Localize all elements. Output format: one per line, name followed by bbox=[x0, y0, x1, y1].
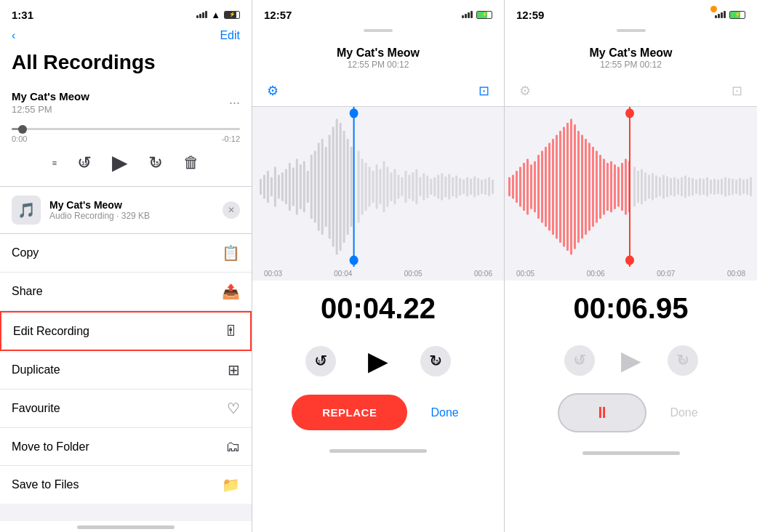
svg-rect-95 bbox=[603, 159, 605, 215]
sheet-header: 🎵 My Cat's Meow Audio Recording · 329 KB… bbox=[0, 187, 252, 234]
skip-back-button-1[interactable]: ↺ 15 bbox=[77, 153, 92, 173]
progress-container[interactable] bbox=[0, 122, 252, 133]
svg-rect-21 bbox=[332, 127, 335, 247]
move-label: Move to Folder bbox=[12, 440, 89, 454]
svg-rect-99 bbox=[617, 167, 620, 207]
skip-forward-3[interactable]: ↻ 15 bbox=[668, 345, 698, 376]
filter-icon-3[interactable]: ⚙ bbox=[519, 83, 531, 99]
wifi-icon-1: ▲ bbox=[211, 9, 220, 20]
save-label: Save to Files bbox=[12, 478, 79, 491]
waveform-button[interactable]: ≡ bbox=[52, 158, 57, 167]
status-bar-3: 12:59 ⚡ bbox=[505, 0, 757, 26]
svg-rect-10 bbox=[292, 168, 295, 206]
svg-rect-38 bbox=[386, 167, 388, 207]
status-time-3: 12:59 bbox=[516, 9, 544, 21]
svg-rect-34 bbox=[372, 171, 375, 203]
panel-3: 12:59 ⚡ My Cat's Meow 12:55 PM 00:12 ⚙ ⊡ bbox=[505, 0, 757, 532]
sheet-item-copy[interactable]: Copy 📋 bbox=[0, 234, 252, 273]
svg-rect-113 bbox=[659, 177, 661, 196]
svg-rect-52 bbox=[437, 175, 439, 199]
pause-button-3[interactable]: ⏸ bbox=[558, 393, 646, 432]
svg-rect-126 bbox=[706, 177, 708, 196]
svg-rect-79 bbox=[545, 147, 547, 227]
sheet-item-duplicate[interactable]: Duplicate ⊞ bbox=[0, 351, 252, 390]
status-time-2: 12:57 bbox=[264, 9, 292, 21]
svg-rect-55 bbox=[448, 174, 450, 199]
crop-icon-2[interactable]: ⊡ bbox=[478, 83, 489, 99]
svg-rect-16 bbox=[314, 151, 316, 223]
crop-icon-3[interactable]: ⊡ bbox=[732, 83, 742, 99]
sheet-item-move[interactable]: Move to Folder 🗂 bbox=[0, 428, 252, 466]
edit-button-1[interactable]: Edit bbox=[220, 29, 240, 42]
done-button-3[interactable]: Done bbox=[664, 400, 703, 425]
svg-rect-54 bbox=[444, 177, 446, 198]
sheet-item-save[interactable]: Save to Files 📁 bbox=[0, 466, 252, 504]
play-button-1[interactable]: ▶ bbox=[112, 150, 128, 174]
status-icons-2: ⚡ bbox=[462, 11, 492, 19]
svg-rect-85 bbox=[566, 123, 569, 251]
svg-rect-43 bbox=[404, 171, 406, 203]
svg-rect-49 bbox=[426, 176, 428, 198]
panel-2: 12:57 ⚡ My Cat's Meow 12:55 PM 00:12 ⚙ ⊡ bbox=[252, 0, 505, 532]
recording-item[interactable]: My Cat's Meow 12:55 PM ··· bbox=[0, 83, 252, 122]
battery-icon-2: ⚡ bbox=[476, 11, 492, 19]
svg-rect-17 bbox=[318, 143, 320, 231]
detail-header-3: My Cat's Meow 12:55 PM 00:12 bbox=[505, 38, 757, 76]
sheet-file-name: My Cat's Meow bbox=[49, 199, 214, 211]
svg-rect-65 bbox=[484, 179, 486, 195]
detail-controls-3: ↺ 15 ▶ ↻ 15 bbox=[505, 336, 757, 384]
skip-back-num-2: 15 bbox=[318, 358, 324, 365]
svg-rect-18 bbox=[321, 139, 324, 235]
edit-recording-icon: 🎚 bbox=[224, 323, 239, 339]
svg-rect-83 bbox=[559, 131, 561, 243]
svg-rect-128 bbox=[713, 179, 716, 195]
svg-point-105 bbox=[625, 256, 634, 265]
recording-meta-3: 12:55 PM 00:12 bbox=[516, 60, 745, 70]
waveform-container-2 bbox=[252, 107, 504, 267]
svg-rect-98 bbox=[614, 164, 616, 209]
play-button-2[interactable]: ▶ bbox=[362, 345, 394, 377]
skip-forward-2[interactable]: ↻ 15 bbox=[420, 346, 451, 376]
skip-forward-num-3: 15 bbox=[679, 358, 686, 364]
move-icon: 🗂 bbox=[225, 438, 240, 455]
detail-toolbar-3: ⚙ ⊡ bbox=[505, 76, 757, 107]
svg-rect-36 bbox=[379, 169, 381, 204]
file-info: My Cat's Meow Audio Recording · 329 KB bbox=[49, 199, 214, 221]
play-button-3[interactable]: ▶ bbox=[621, 345, 641, 376]
svg-rect-74 bbox=[526, 159, 529, 215]
timeline-3: 00:05 00:06 00:07 00:08 bbox=[505, 267, 757, 281]
svg-rect-77 bbox=[537, 155, 540, 219]
recording-title-3: My Cat's Meow bbox=[516, 47, 745, 60]
share-icon: 📤 bbox=[222, 283, 240, 300]
svg-point-104 bbox=[625, 108, 634, 118]
svg-rect-116 bbox=[670, 178, 672, 196]
back-button-1[interactable]: ‹ bbox=[12, 29, 15, 42]
svg-rect-111 bbox=[652, 173, 654, 200]
svg-rect-115 bbox=[666, 177, 668, 198]
sheet-item-edit[interactable]: Edit Recording 🎚 bbox=[0, 311, 252, 351]
copy-icon: 📋 bbox=[222, 244, 240, 262]
svg-rect-76 bbox=[534, 161, 536, 212]
more-button[interactable]: ··· bbox=[229, 95, 240, 110]
svg-rect-70 bbox=[512, 175, 514, 199]
svg-rect-129 bbox=[717, 180, 719, 194]
sheet-item-share[interactable]: Share 📤 bbox=[0, 273, 252, 311]
timeline-label-3-3: 00:08 bbox=[727, 270, 745, 278]
skip-forward-button-1[interactable]: ↻ 15 bbox=[148, 153, 163, 173]
progress-track bbox=[12, 128, 240, 130]
svg-rect-60 bbox=[466, 177, 468, 196]
skip-back-2[interactable]: ↺ 15 bbox=[305, 346, 336, 376]
svg-rect-69 bbox=[508, 177, 510, 196]
skip-back-3[interactable]: ↺ 15 bbox=[564, 345, 595, 376]
replace-button-2[interactable]: REPLACE bbox=[292, 395, 407, 430]
filter-icon-2[interactable]: ⚙ bbox=[267, 83, 279, 99]
svg-rect-108 bbox=[641, 169, 643, 204]
sheet-close-button[interactable]: ✕ bbox=[223, 201, 240, 219]
progress-times: 0:00 -0:12 bbox=[0, 133, 252, 145]
svg-rect-30 bbox=[358, 151, 360, 223]
progress-end: -0:12 bbox=[222, 134, 240, 143]
delete-button[interactable]: 🗑 bbox=[183, 153, 199, 172]
sheet-item-favourite[interactable]: Favourite ♡ bbox=[0, 390, 252, 428]
done-button-2[interactable]: Done bbox=[425, 400, 464, 425]
svg-rect-26 bbox=[351, 147, 353, 227]
